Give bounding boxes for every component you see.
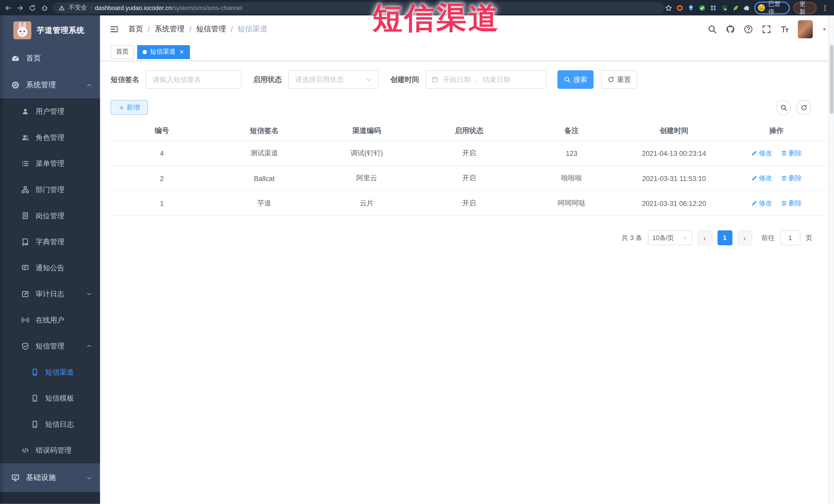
date-range-picker[interactable]: 开始日期 - 结束日期 xyxy=(425,70,547,89)
time-label: 创建时间 xyxy=(391,75,419,84)
browser-toolbar: 不安全 dashboard.yudao.iocoder.cn/system/sm… xyxy=(0,0,834,16)
table-header-cell: 渠道编码 xyxy=(315,126,418,135)
sidebar-menu-bottom: 基础设施 xyxy=(0,463,100,492)
edit-link[interactable]: 修改 xyxy=(751,174,772,183)
chevron-up-icon xyxy=(86,343,92,349)
ext-puzzle-icon[interactable] xyxy=(743,4,750,12)
total-count: 共 3 条 xyxy=(621,234,642,242)
ext-blue-pin-icon[interactable] xyxy=(687,4,694,12)
edit-icon xyxy=(751,175,757,181)
help-icon[interactable] xyxy=(744,24,753,34)
reset-button[interactable]: 重置 xyxy=(601,70,637,89)
breadcrumb-item[interactable]: 系统管理 xyxy=(155,24,184,34)
sidebar-item-sms[interactable]: 短信管理 xyxy=(0,333,100,359)
breadcrumb-item[interactable]: 首页 xyxy=(128,24,143,34)
sidebar-submenu: 用户管理角色管理菜单管理部门管理岗位管理字典管理通知公告审计日志在线用户短信管理… xyxy=(0,98,100,463)
bookmark-star-icon[interactable] xyxy=(664,4,672,12)
app-title: 芋道管理系统 xyxy=(37,25,85,35)
delete-link[interactable]: 删除 xyxy=(781,149,802,158)
delete-link[interactable]: 删除 xyxy=(781,199,802,208)
refresh-table-button[interactable] xyxy=(796,100,811,115)
sidebar-item-errcode[interactable]: 错误码管理 xyxy=(0,437,100,463)
search-button-label: 搜索 xyxy=(573,75,587,84)
sidebar-item-dept[interactable]: 部门管理 xyxy=(0,177,100,203)
sidebar-item-sms-channel[interactable]: 短信渠道 xyxy=(0,359,100,386)
close-icon[interactable] xyxy=(179,49,184,55)
ext-leaf-icon[interactable] xyxy=(731,4,739,12)
sidebar-item-user[interactable]: 用户管理 xyxy=(0,98,100,125)
back-icon[interactable] xyxy=(4,4,12,12)
sidebar-item-role[interactable]: 角色管理 xyxy=(0,125,100,151)
sidebar-item-post[interactable]: 岗位管理 xyxy=(0,202,100,229)
status-select[interactable]: 请选择启用状态 xyxy=(288,70,379,89)
page-size-select[interactable]: 10条/页 xyxy=(648,230,692,245)
avatar[interactable] xyxy=(798,20,813,38)
chevron-up-icon xyxy=(86,82,92,88)
breadcrumb-separator: / xyxy=(148,25,150,34)
app-logo[interactable]: 芋道管理系统 xyxy=(0,16,100,45)
chevron-down-icon[interactable] xyxy=(821,26,828,32)
sign-input[interactable]: 请输入短信签名 xyxy=(146,70,242,89)
sidebar-item-dict[interactable]: 字典管理 xyxy=(0,229,100,255)
forward-icon[interactable] xyxy=(17,4,24,12)
toggle-search-button[interactable] xyxy=(776,100,791,115)
tab-label: 短信渠道 xyxy=(150,47,175,56)
sidebar-item-audit[interactable]: 审计日志 xyxy=(0,281,100,307)
sidebar-item-online[interactable]: 在线用户 xyxy=(0,307,100,333)
edit-link[interactable]: 修改 xyxy=(751,149,772,158)
sidebar-item-menu[interactable]: 菜单管理 xyxy=(0,151,100,177)
scrollbar[interactable] xyxy=(828,16,834,504)
add-button[interactable]: 新增 xyxy=(111,100,148,115)
table-cell: 啦啦啦 xyxy=(520,174,623,183)
delete-link[interactable]: 删除 xyxy=(781,174,802,183)
main-content: 短信签名 请输入短信签名 启用状态 请选择启用状态 创建时间 开始日期 - 结束… xyxy=(100,61,828,504)
tab-短信渠道[interactable]: 短信渠道 xyxy=(137,45,190,59)
sidebar-item-label: 用户管理 xyxy=(36,107,64,116)
ext-proxy-icon[interactable]: on xyxy=(721,4,728,12)
ext-green-check-icon[interactable] xyxy=(698,4,706,12)
sidebar-item-label: 岗位管理 xyxy=(36,211,64,221)
user-icon xyxy=(21,108,29,115)
browser-update-button[interactable]: 更新 xyxy=(794,2,816,14)
security-warning-icon[interactable] xyxy=(59,5,65,11)
search-icon[interactable] xyxy=(707,24,717,34)
fullscreen-icon[interactable] xyxy=(762,24,771,34)
paused-extension-pill[interactable]: 已暂停 xyxy=(754,1,790,14)
reload-icon[interactable] xyxy=(29,4,36,12)
sidebar-filler xyxy=(0,492,100,504)
sidebar-item-sms-log[interactable]: 短信日志 xyxy=(0,411,100,438)
font-size-icon[interactable] xyxy=(780,24,789,34)
home-icon[interactable] xyxy=(41,4,48,12)
phone-icon xyxy=(31,368,39,376)
browser-menu-icon[interactable]: ⋮ xyxy=(820,3,830,12)
sidebar-item-sms-template[interactable]: 短信模板 xyxy=(0,385,100,411)
sidebar-item-notice[interactable]: 通知公告 xyxy=(0,255,100,281)
url-path: /system/sms/sms-channel xyxy=(172,5,242,11)
search-button[interactable]: 搜索 xyxy=(557,70,594,89)
edit-link[interactable]: 修改 xyxy=(751,199,772,208)
table-header-row: 编号短信签名渠道编码启用状态备注创建时间操作 xyxy=(111,121,828,141)
table-header-cell: 短信签名 xyxy=(213,126,315,135)
sign-placeholder: 请输入短信签名 xyxy=(153,75,201,84)
prev-page-button[interactable]: ‹ xyxy=(698,230,712,245)
table-header-cell: 启用状态 xyxy=(418,126,520,135)
sidebar-item-system[interactable]: 系统管理 xyxy=(0,72,100,98)
page-size-value: 10条/页 xyxy=(652,234,674,242)
next-page-button[interactable]: › xyxy=(738,230,752,245)
trash-icon xyxy=(781,200,787,206)
navbar-actions xyxy=(707,20,834,38)
sidebar-item-label: 部门管理 xyxy=(36,185,64,194)
tab-首页[interactable]: 首页 xyxy=(111,45,134,59)
sidebar-item-home[interactable]: 首页 xyxy=(0,45,100,72)
current-page-button[interactable]: 1 xyxy=(717,230,732,245)
ext-orange-ring-icon[interactable] xyxy=(676,4,683,12)
hamburger-icon[interactable] xyxy=(110,24,119,34)
address-bar[interactable]: 不安全 dashboard.yudao.iocoder.cn/system/sm… xyxy=(52,2,664,14)
ext-grid-icon[interactable] xyxy=(709,4,717,12)
sidebar-item-infra[interactable]: 基础设施 xyxy=(0,463,100,492)
scrollbar-thumb[interactable] xyxy=(830,45,833,114)
goto-page-input[interactable]: 1 xyxy=(780,230,800,245)
table-cell: 1 xyxy=(111,199,213,207)
breadcrumb-item[interactable]: 短信管理 xyxy=(196,24,226,34)
github-icon[interactable] xyxy=(725,24,735,34)
